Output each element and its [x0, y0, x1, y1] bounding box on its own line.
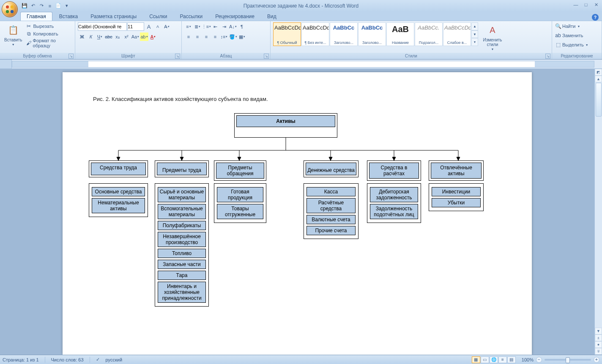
tab-references[interactable]: Ссылки — [143, 12, 173, 21]
qat-item-icon[interactable]: 📄 — [55, 3, 62, 9]
zoom-slider[interactable] — [545, 359, 591, 361]
word-count[interactable]: Число слов: 63 — [51, 357, 84, 362]
dialog-launcher-icon[interactable]: ↘ — [264, 54, 269, 59]
style-item[interactable]: AaBbCcЗаголово... — [330, 22, 358, 46]
svg-marker-9 — [180, 157, 183, 160]
tab-layout[interactable]: Разметка страницы — [85, 12, 142, 21]
style-scroll-up[interactable]: ▲ — [471, 22, 478, 30]
browse-object-icon[interactable]: ● — [595, 341, 602, 348]
justify-icon[interactable]: ≡ — [211, 33, 219, 41]
language-status[interactable]: русский — [106, 357, 122, 362]
style-item[interactable]: AaBbCcDd¶ Без инте... — [301, 22, 329, 46]
bullets-icon[interactable]: ≡ — [184, 22, 193, 31]
scroll-up-icon[interactable]: ▲ — [595, 76, 602, 82]
bold-icon[interactable]: Ж — [78, 33, 86, 41]
dialog-launcher-icon[interactable]: ↘ — [175, 54, 180, 59]
horizontal-ruler[interactable] — [12, 61, 594, 68]
qat-item-icon[interactable]: ≡ — [47, 3, 53, 9]
cut-icon: ✂ — [25, 23, 32, 30]
shrink-font-icon[interactable]: A — [153, 22, 162, 31]
diagram-items: Дебиторская задолженность Задолженность … — [367, 183, 421, 223]
cut-button[interactable]: ✂Вырезать — [25, 22, 72, 30]
style-scroll-down[interactable]: ▼ — [471, 30, 478, 38]
multilevel-icon[interactable]: ⋮≡ — [202, 22, 211, 31]
outdent-icon[interactable]: ⇤ — [211, 22, 219, 31]
select-button[interactable]: ⬚Выделить▼ — [555, 41, 588, 49]
align-center-icon[interactable]: ≡ — [193, 33, 202, 41]
style-item[interactable]: AaBbCcDd¶ Обычный — [273, 22, 301, 46]
diagram-category: Предметы обращения — [214, 160, 266, 181]
outline-view-icon[interactable]: ≡ — [498, 356, 507, 363]
tab-view[interactable]: Вид — [261, 12, 282, 21]
tab-insert[interactable]: Вставка — [53, 12, 84, 21]
paste-button[interactable]: 📋 Вставить ▼ — [3, 22, 24, 47]
borders-icon[interactable]: ▦ — [238, 33, 246, 41]
web-view-icon[interactable]: 🌐 — [490, 356, 498, 363]
tab-mailings[interactable]: Рассылки — [174, 12, 208, 21]
font-name-input[interactable] — [78, 22, 127, 31]
dialog-launcher-icon[interactable]: ↘ — [68, 54, 74, 59]
replace-button[interactable]: abЗаменить — [555, 32, 583, 39]
fullscreen-view-icon[interactable]: ▭ — [481, 356, 489, 363]
diagram-items: Касса Расчётные средства Валютные счета … — [304, 183, 358, 239]
office-button[interactable] — [2, 1, 18, 17]
minimize-button[interactable]: — — [572, 2, 579, 8]
sort-icon[interactable]: A↓ — [229, 22, 237, 31]
scroll-thumb[interactable] — [596, 83, 602, 117]
draft-view-icon[interactable]: ▤ — [507, 356, 516, 363]
style-item[interactable]: AaBbCc.Подзагол... — [415, 22, 443, 46]
shading-icon[interactable]: 🪣 — [229, 33, 237, 41]
style-item[interactable]: AaBНазвание — [386, 22, 414, 46]
page-status[interactable]: Страница: 1 из 1 — [3, 357, 39, 362]
subscript-icon[interactable]: x₂ — [113, 33, 122, 41]
help-icon[interactable]: ? — [592, 14, 599, 21]
clear-format-icon[interactable]: A̶ — [162, 22, 171, 31]
superscript-icon[interactable]: x² — [122, 33, 131, 41]
find-button[interactable]: 🔍Найти▼ — [555, 22, 580, 30]
vertical-scrollbar[interactable]: ◩ ▲ ▼ ± ● ∓ — [594, 69, 602, 355]
indent-icon[interactable]: ⇥ — [220, 22, 228, 31]
copy-button[interactable]: ⧉Копировать — [25, 30, 72, 38]
tab-selector[interactable] — [0, 60, 12, 68]
change-styles-button[interactable]: A Изменить стили ▼ — [480, 22, 505, 52]
numbering-icon[interactable]: ≣ — [193, 22, 202, 31]
font-color-icon[interactable]: A — [149, 33, 157, 41]
show-marks-icon[interactable]: ¶ — [238, 22, 246, 31]
spellcheck-icon[interactable]: ✓ — [96, 357, 100, 362]
scroll-down-icon[interactable]: ▼ — [595, 328, 602, 334]
align-left-icon[interactable]: ≡ — [184, 33, 193, 41]
undo-icon[interactable]: ↶ — [30, 3, 36, 9]
dialog-launcher-icon[interactable]: ↘ — [545, 54, 550, 59]
ruler-toggle-icon[interactable]: ◩ — [595, 69, 602, 76]
tab-home[interactable]: Главная — [20, 12, 52, 21]
zoom-level[interactable]: 100% — [522, 357, 534, 362]
style-expand[interactable]: ▾ — [471, 38, 478, 46]
page[interactable]: Рис. 2. Классификация активов хозяйствую… — [63, 72, 532, 355]
prev-page-icon[interactable]: ± — [595, 334, 602, 341]
underline-icon[interactable]: Ч — [96, 33, 104, 41]
qat-dropdown-icon[interactable]: ▾ — [63, 3, 70, 9]
grow-font-icon[interactable]: A — [145, 22, 153, 31]
line-spacing-icon[interactable]: ↕≡ — [220, 33, 228, 41]
highlight-icon[interactable]: ab — [140, 33, 148, 41]
next-page-icon[interactable]: ∓ — [595, 348, 602, 355]
italic-icon[interactable]: К — [87, 33, 95, 41]
zoom-in-button[interactable]: + — [594, 357, 599, 363]
document-area: Рис. 2. Классификация активов хозяйствую… — [0, 69, 594, 355]
tab-review[interactable]: Рецензирование — [209, 12, 260, 21]
save-icon[interactable]: 💾 — [21, 3, 28, 9]
maximize-button[interactable]: □ — [583, 2, 589, 8]
change-case-icon[interactable]: Aa — [131, 33, 140, 41]
format-painter-button[interactable]: 🖌Формат по образцу — [25, 38, 72, 49]
align-right-icon[interactable]: ≡ — [202, 33, 211, 41]
figure-caption: Рис. 2. Классификация активов хозяйствую… — [93, 96, 501, 102]
zoom-out-button[interactable]: − — [536, 357, 542, 363]
print-layout-view-icon[interactable]: ▦ — [472, 356, 480, 363]
style-item[interactable]: AaBbCcЗаголово... — [358, 22, 386, 46]
redo-icon[interactable]: ↷ — [38, 3, 45, 9]
strike-icon[interactable]: abc — [104, 33, 113, 41]
font-size-input[interactable] — [127, 22, 144, 31]
status-bar: Страница: 1 из 1 Число слов: 63 ✓ русски… — [0, 355, 602, 364]
close-button[interactable]: ✕ — [593, 2, 599, 8]
style-item[interactable]: AaBbCcDdСлабое в... — [443, 22, 471, 46]
